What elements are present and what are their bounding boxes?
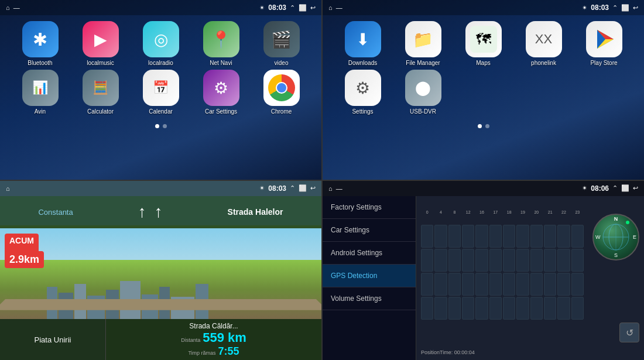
dot-2-inactive[interactable]: [485, 124, 489, 128]
gps-cell: [503, 249, 515, 272]
gps-cell: [462, 225, 474, 248]
calculator-label: Calculator: [87, 108, 114, 115]
gps-cell: [489, 225, 502, 248]
back-icon-2[interactable]: ↩: [633, 4, 638, 12]
app-usbdvr[interactable]: ⬤ USB-DVR: [395, 70, 451, 115]
settings-menu-android[interactable]: Android Settings: [323, 242, 416, 265]
gps-cell: [434, 297, 447, 320]
app-settings[interactable]: ⚙ Settings: [334, 70, 391, 115]
nav-direction-bar: Constanta ↑ ↑ Strada Halelor: [0, 196, 321, 228]
gps-cell: [544, 297, 556, 320]
settings-back[interactable]: ↩: [633, 184, 638, 192]
app-maps[interactable]: 🗺 Maps: [455, 21, 512, 66]
nav-status-bar: ⌂ ✴ 08:03 ⌃ ⬜ ↩: [0, 181, 321, 196]
nav-street: Strada Halelor: [228, 207, 283, 217]
calendar-icon: 📅: [143, 70, 179, 106]
minus-icon-2: —: [336, 4, 342, 11]
maps-icon: 🗺: [465, 21, 502, 57]
playstore-label: Play Store: [590, 60, 617, 66]
nav-dist-label: Distanta: [181, 337, 200, 343]
app-bluetooth[interactable]: ✱ Bluetooth: [12, 21, 68, 66]
gps-cell: [571, 249, 584, 272]
settings-menu-car[interactable]: Car Settings: [323, 219, 416, 242]
phonelink-icon: XX: [526, 21, 562, 57]
sky: [0, 228, 321, 260]
gps-cell: [503, 273, 515, 296]
gps-cell: [489, 249, 502, 272]
gps-cell: [434, 249, 447, 272]
nav-arrow-up1: ↑: [138, 203, 146, 221]
gps-cell: [448, 273, 461, 296]
gps-cell: [530, 225, 543, 248]
screen-home1: ⌂ — ✴ 08:03 ⌃ ⬜ ↩ ✱ Bluetooth ▶: [0, 0, 321, 180]
gps-refresh-button[interactable]: ↺: [619, 323, 639, 342]
carsettings-label: Car Settings: [205, 108, 237, 115]
nav-arrow-up2: ↑: [155, 203, 163, 221]
gps-cell: [462, 273, 474, 296]
settings-menu-factory[interactable]: Factory Settings: [323, 196, 416, 219]
position-time: PositionTime: 00:00:04: [421, 349, 475, 355]
signal-icon-2: ⌃: [612, 4, 618, 12]
gps-cell: [516, 297, 529, 320]
app-calculator[interactable]: 🧮 Calculator: [72, 70, 129, 115]
app-avin[interactable]: 📊 Avin: [12, 70, 68, 115]
settings-signal: ⌃: [612, 184, 618, 192]
settings-home-icon: ⌂: [328, 185, 333, 192]
gps-cell: [475, 297, 488, 320]
dot-1-active[interactable]: [155, 124, 159, 128]
nav-dest-info: Strada Căldăr... Distanta 559 km Timp ră…: [106, 319, 321, 360]
app-grid-2: ⬇ Downloads 📁 File Manager 🗺 Maps: [323, 15, 644, 121]
phonelink-label: phonelink: [531, 60, 556, 66]
dot-2-active[interactable]: [478, 124, 482, 128]
gps-cell: [516, 273, 529, 296]
settings-menu-gps[interactable]: GPS Detection: [323, 265, 416, 287]
settings-label: Settings: [352, 108, 373, 115]
nav-dest-street: Strada Căldăr...: [189, 322, 238, 330]
app-netnavi[interactable]: 📍 Net Navi: [193, 21, 249, 66]
settings-sq: ⬜: [621, 184, 629, 192]
nav-home-icon: ⌂: [6, 185, 10, 192]
app-carsettings[interactable]: ⚙ Car Settings: [193, 70, 249, 115]
filemanager-icon: 📁: [405, 21, 441, 57]
app-filemanager[interactable]: 📁 File Manager: [395, 21, 451, 66]
gps-cell: [544, 273, 556, 296]
app-calendar[interactable]: 📅 Calendar: [132, 70, 189, 115]
gps-cell: [530, 297, 543, 320]
page-dots-1: [0, 121, 321, 132]
nav-icon: ⬜: [299, 4, 307, 12]
app-localradio[interactable]: ◎ localradio: [132, 21, 189, 66]
signal-icon: ⌃: [290, 4, 295, 12]
app-downloads[interactable]: ⬇ Downloads: [334, 21, 391, 66]
gps-cell: [421, 297, 433, 320]
nav-dist-val: 2.9km: [9, 253, 39, 266]
gps-cell: [571, 273, 584, 296]
back-icon[interactable]: ↩: [310, 4, 316, 12]
nav-time: 7:55: [218, 345, 239, 358]
gps-cell: [503, 297, 515, 320]
netnavi-icon: 📍: [203, 21, 239, 57]
settings-body: Factory Settings Car Settings Android Se…: [323, 196, 644, 361]
netnavi-label: Net Navi: [210, 60, 232, 66]
minus-icon: —: [13, 4, 20, 11]
localradio-label: localradio: [148, 60, 173, 66]
nav-back[interactable]: ↩: [310, 184, 316, 192]
video-icon: 🎬: [263, 21, 300, 57]
app-phonelink[interactable]: XX phonelink: [515, 21, 572, 66]
app-localmusic[interactable]: ▶ localmusic: [72, 21, 129, 66]
nav-bt-icon: ✴: [259, 184, 265, 192]
playstore-icon: [586, 21, 622, 57]
gps-cell: [434, 225, 447, 248]
app-chrome[interactable]: Chrome: [253, 70, 310, 115]
app-video[interactable]: 🎬 video: [253, 21, 310, 66]
nav-signal: ⌃: [290, 184, 295, 192]
compass-s-label: S: [614, 252, 618, 258]
nav-city: Constanta: [38, 208, 73, 217]
status-bar-2: ⌂ — ✴ 08:03 ⌃ ⬜ ↩: [323, 0, 644, 15]
app-playstore[interactable]: Play Store: [576, 21, 632, 66]
nav-time-label: Timp rămas: [188, 350, 215, 356]
settings-menu-volume[interactable]: Volume Settings: [323, 287, 416, 310]
localmusic-label: localmusic: [87, 60, 114, 66]
gps-cell: [530, 249, 543, 272]
dot-1-inactive[interactable]: [163, 124, 167, 128]
gps-cell: [571, 297, 584, 320]
